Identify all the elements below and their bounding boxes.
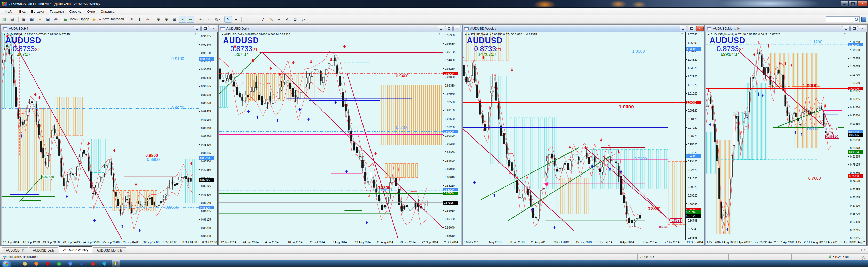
taskbar-item-explorer[interactable] <box>21 261 29 267</box>
templates-button[interactable]: ▨▾ <box>214 16 221 23</box>
price-scale[interactable]: 1.127601.105501.082751.060651.037901.015… <box>848 32 866 240</box>
toolbar-separator <box>241 17 242 22</box>
crosshair-button[interactable]: + <box>232 16 240 23</box>
chart-window-titlebar[interactable]: AUDUSD,H4× <box>1 25 218 32</box>
chart-window-titlebar[interactable]: AUDUSD,Weekly× <box>463 25 704 32</box>
taskbar-item-chrome[interactable] <box>66 261 74 267</box>
tab-scroll-left-icon[interactable]: ◂ <box>860 248 862 251</box>
zoom-in-button[interactable]: ⊕ <box>155 16 162 23</box>
time-axis-label: 19 Sep 20:00 <box>43 241 60 244</box>
chart-plot[interactable]: ▼AUDUSD,H4 0.87320 0.87363 0.87283 0.873… <box>2 32 199 240</box>
community-icon[interactable] <box>861 17 866 22</box>
menu-item-[interactable]: Файл <box>2 8 16 14</box>
time-axis[interactable]: 1 Dec 20071 Aug 20081 Apr 20091 Dec 2009… <box>706 240 866 245</box>
taskbar-item-firefox[interactable] <box>32 261 40 267</box>
scale-badge-100000: 1.00000 <box>686 101 701 104</box>
new-order-button[interactable]: ▤Новый Ордер <box>63 16 90 23</box>
bar-chart-button[interactable]: ≡ <box>128 16 135 23</box>
taskbar-item-photoshop[interactable] <box>100 261 108 267</box>
profiles-button[interactable]: ▤▾ <box>9 16 17 23</box>
indicators-button[interactable]: +▾ <box>197 16 205 23</box>
chart-minimize-button[interactable] <box>842 26 850 31</box>
candlestick-chart-button[interactable]: ▮ <box>136 16 143 23</box>
strategy-tester-button[interactable]: ◎ <box>52 16 60 23</box>
scale-tick: 0.96270 <box>686 135 704 138</box>
arrows-button[interactable]: ↓▾ <box>299 16 307 23</box>
chart-minimize-button[interactable] <box>680 26 687 31</box>
chart-close-button[interactable]: × <box>696 26 704 31</box>
price-scale[interactable]: 0.916950.914400.911900.909350.906850.904… <box>199 32 217 240</box>
price-scale[interactable]: 1.076451.066951.057451.048201.038701.029… <box>685 32 704 240</box>
cursor-button[interactable]: ↖ <box>224 16 232 23</box>
menu-item-[interactable]: Окно <box>84 8 98 14</box>
data-window-button[interactable]: ▦ <box>28 16 36 23</box>
chart-plot[interactable]: ▼AUDUSD,Daily 0.86750 0.87480 0.86514 0.… <box>219 32 443 240</box>
window-close-button[interactable]: × <box>858 1 867 6</box>
timeframes-button[interactable]: ◔▾ <box>206 16 213 23</box>
tab-audusd-monthly[interactable]: AUDUSD,Monthly <box>93 247 126 253</box>
chart-minimize-button[interactable] <box>437 26 444 31</box>
taskbar-item-metatrader[interactable] <box>112 260 120 267</box>
toolbar-search-input[interactable] <box>826 17 855 22</box>
tab-scroll-right-icon[interactable]: ▸ <box>864 248 865 251</box>
chart-close-button[interactable]: × <box>210 26 217 31</box>
line-chart-button[interactable]: ∿ <box>144 16 151 23</box>
tab-audusd-weekly[interactable]: AUDUSD,Weekly <box>59 246 92 253</box>
chart-minimize-button[interactable] <box>193 26 200 31</box>
window-minimize-button[interactable] <box>841 1 849 6</box>
fibonacci-button[interactable]: ≡ <box>275 16 283 23</box>
tab-audusd-daily[interactable]: AUDUSD,Daily <box>29 247 58 253</box>
chart-window-titlebar[interactable]: AUDUSD,Monthly× <box>705 25 867 32</box>
chart-window-titlebar[interactable]: AUDUSD,Daily× <box>219 25 462 32</box>
chart-restore-button[interactable] <box>688 26 695 31</box>
chart-plot[interactable]: ▼AUDUSD,Weekly 0.86750 0.87480 0.86514 0… <box>463 32 685 240</box>
chart-close-button[interactable]: × <box>859 26 866 31</box>
chart-close-button[interactable]: × <box>453 26 461 31</box>
navigator-button[interactable]: ✦ <box>36 16 43 23</box>
auto-scroll-button[interactable]: ▸ <box>179 16 186 23</box>
new-order-label: Новый Ордер <box>68 18 89 21</box>
menu-item-[interactable]: Сервис <box>67 8 84 14</box>
time-axis[interactable]: 12 Jun 201424 Jun 20144 Jul 201416 Jul 2… <box>219 240 461 245</box>
chart-restore-button[interactable] <box>445 26 453 31</box>
taskbar-grip[interactable]: ⋮⋮ <box>13 262 18 265</box>
time-axis[interactable]: 10 Mar 20135 May 201330 Jun 201325 Aug 2… <box>463 240 704 245</box>
chart-restore-button[interactable] <box>850 26 858 31</box>
big-quote: AUDUSD0.8733213:07:37 <box>5 36 41 57</box>
menu-item-[interactable]: Справка <box>98 8 117 14</box>
chart-shift-button[interactable]: ↦ <box>187 16 194 23</box>
level-label-08650: 0.8650 <box>165 205 178 210</box>
new-chart-button[interactable]: ▥▾ <box>1 16 9 23</box>
trendline-button[interactable]: ╱ <box>259 16 267 23</box>
taskbar-item-word[interactable] <box>78 261 86 267</box>
chart-plot[interactable]: ▼AUDUSD,Monthly 0.87448 0.88255 0.86421 … <box>706 32 848 240</box>
chart-restore-button[interactable] <box>202 26 209 31</box>
horizontal-line-button[interactable]: — <box>251 16 259 23</box>
menu-item-[interactable]: Графики <box>47 8 67 14</box>
metaeditor-button[interactable]: ◆ <box>90 16 98 23</box>
window-maximize-button[interactable] <box>849 1 857 6</box>
title-bar[interactable]: 7163608: Alpari Limited MT4 - Демо Счет … <box>0 0 868 8</box>
autotrading-button[interactable]: ●Авто-торговля <box>98 16 125 23</box>
terminal-button[interactable]: ▣ <box>44 16 52 23</box>
equidistant-channel-button[interactable]: ∥ <box>267 16 275 23</box>
taskbar-item-yandex[interactable] <box>89 261 97 267</box>
tile-windows-button[interactable]: ⊞ <box>170 16 178 23</box>
start-button[interactable] <box>3 261 10 267</box>
scale-tick: 0.93390 <box>443 84 461 87</box>
search-icon[interactable] <box>855 18 858 21</box>
taskbar-item-aimp[interactable] <box>55 261 63 267</box>
vertical-line-button[interactable]: | <box>243 16 251 23</box>
time-axis[interactable]: 17 Sep 201418 Sep 12:0019 Sep 20:0023 Se… <box>2 240 217 245</box>
price-scale[interactable]: 0.959900.955500.951200.946900.942600.938… <box>443 32 461 240</box>
text-label-button[interactable]: ⊡ <box>291 16 299 23</box>
menu-item-[interactable]: Вид <box>16 8 28 14</box>
scale-tick: 0.91520 <box>686 177 704 180</box>
tab-scroll-arrows: ◂▸ <box>860 246 865 253</box>
text-button[interactable]: A <box>283 16 291 23</box>
market-watch-button[interactable]: ⊞ <box>20 16 28 23</box>
menu-item-[interactable]: Вставка <box>28 8 47 14</box>
taskbar-item-opera[interactable] <box>43 261 52 267</box>
tab-audusd-h4[interactable]: AUDUSD,H4 <box>2 247 28 253</box>
zoom-out-button[interactable]: ⊖ <box>163 16 170 23</box>
